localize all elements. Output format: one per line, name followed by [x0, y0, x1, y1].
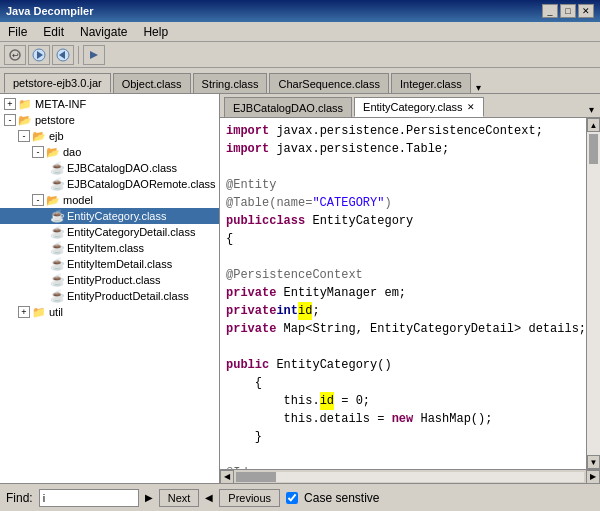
menu-file[interactable]: File [4, 24, 31, 40]
svg-text:↩: ↩ [12, 51, 19, 60]
file-tab-integer[interactable]: Integer.class [391, 73, 471, 93]
close-tab-icon[interactable]: ✕ [467, 102, 475, 112]
code-line-19 [226, 446, 580, 464]
code-line-11: private int id; [226, 302, 580, 320]
find-bar: Find: ▶ Next ◀ Previous Case senstive [0, 483, 600, 511]
tree-node-entityitemdetail[interactable]: ☕ EntityItemDetail.class [0, 256, 219, 272]
code-line-13 [226, 338, 580, 356]
editor-tab-entitycategory[interactable]: EntityCategory.class ✕ [354, 97, 483, 117]
h-scroll-thumb[interactable] [236, 472, 276, 482]
close-button[interactable]: ✕ [578, 4, 594, 18]
editor-tabs: EJBCatalogDAO.class EntityCategory.class… [220, 94, 600, 118]
code-line-8 [226, 248, 580, 266]
expand-metainf[interactable]: + [4, 98, 16, 110]
find-label: Find: [6, 491, 33, 505]
file-tab-jar[interactable]: petstore-ejb3.0.jar [4, 73, 111, 93]
find-prev-icon: ◀ [205, 492, 213, 503]
tree-node-entitycategory[interactable]: ☕ EntityCategory.class [0, 208, 219, 224]
expand-dao[interactable]: - [32, 146, 44, 158]
toolbar-separator [78, 46, 79, 64]
code-line-4: @Entity [226, 176, 580, 194]
tree-node-entityproduct[interactable]: ☕ EntityProduct.class [0, 272, 219, 288]
tree-node-ejbcatalogdaoremote[interactable]: ☕ EJBCatalogDAORemote.class [0, 176, 219, 192]
editor-tab-ejbcatalogdao[interactable]: EJBCatalogDAO.class [224, 97, 352, 117]
code-line-1: import javax.persistence.PersistenceCont… [226, 122, 580, 140]
scroll-right-btn[interactable]: ▶ [586, 470, 600, 484]
code-editor[interactable]: import javax.persistence.PersistenceCont… [220, 118, 586, 469]
toolbar: ↩ [0, 42, 600, 68]
java-icon-entityproductdetail: ☕ [50, 289, 64, 303]
menu-edit[interactable]: Edit [39, 24, 68, 40]
editor-tab-scroll[interactable]: ▾ [587, 102, 596, 117]
file-tab-charsequence[interactable]: CharSequence.class [269, 73, 389, 93]
tree-node-entityitem[interactable]: ☕ EntityItem.class [0, 240, 219, 256]
code-line-15: { [226, 374, 580, 392]
minimize-button[interactable]: _ [542, 4, 558, 18]
find-previous-button[interactable]: Previous [219, 489, 280, 507]
expand-util[interactable]: + [18, 306, 30, 318]
java-icon-entityproduct: ☕ [50, 273, 64, 287]
title-bar: Java Decompiler _ □ ✕ [0, 0, 600, 22]
menu-navigate[interactable]: Navigate [76, 24, 131, 40]
file-tab-object[interactable]: Object.class [113, 73, 191, 93]
file-tabs: petstore-ejb3.0.jar Object.class String.… [0, 68, 600, 94]
tree-node-entityproductdetail[interactable]: ☕ EntityProductDetail.class [0, 288, 219, 304]
file-tree: + 📁 META-INF - 📂 petstore - 📂 ejb - 📂 da… [0, 94, 220, 483]
code-line-2: import javax.persistence.Table; [226, 140, 580, 158]
java-icon-entityitemdetail: ☕ [50, 257, 64, 271]
code-line-10: private EntityManager em; [226, 284, 580, 302]
find-next-icon: ▶ [145, 492, 153, 503]
java-icon-ejbcatalogdao: ☕ [50, 161, 64, 175]
code-line-17: this.details = new HashMap(); [226, 410, 580, 428]
app-title: Java Decompiler [6, 5, 93, 17]
file-tab-string[interactable]: String.class [193, 73, 268, 93]
maximize-button[interactable]: □ [560, 4, 576, 18]
expand-petstore[interactable]: - [4, 114, 16, 126]
window-controls: _ □ ✕ [542, 4, 594, 18]
tree-node-model[interactable]: - 📂 model [0, 192, 219, 208]
scroll-down-btn[interactable]: ▼ [587, 455, 600, 469]
code-line-20: @Id [226, 464, 580, 469]
folder-icon-petstore: 📂 [18, 113, 32, 127]
toolbar-action[interactable] [83, 45, 105, 65]
scroll-left-btn[interactable]: ◀ [220, 470, 234, 484]
tree-node-entitycategorydetail[interactable]: ☕ EntityCategoryDetail.class [0, 224, 219, 240]
scroll-thumb[interactable] [589, 134, 598, 164]
find-next-button[interactable]: Next [159, 489, 200, 507]
toolbar-back[interactable]: ↩ [4, 45, 26, 65]
find-input[interactable] [39, 489, 139, 507]
folder-icon-ejb: 📂 [32, 129, 46, 143]
vertical-scrollbar[interactable]: ▲ ▼ [586, 118, 600, 469]
expand-model[interactable]: - [32, 194, 44, 206]
toolbar-forward[interactable] [28, 45, 50, 65]
main-area: + 📁 META-INF - 📂 petstore - 📂 ejb - 📂 da… [0, 94, 600, 483]
tab-scroll-right[interactable]: ▾ [473, 82, 484, 93]
expand-ejb[interactable]: - [18, 130, 30, 142]
java-icon-ejbcatalogdaoremote: ☕ [50, 177, 64, 191]
case-sensitive-label: Case senstive [304, 491, 379, 505]
tree-node-dao[interactable]: - 📂 dao [0, 144, 219, 160]
h-scroll-track[interactable] [236, 472, 584, 482]
folder-icon-dao: 📂 [46, 145, 60, 159]
tree-node-util[interactable]: + 📁 util [0, 304, 219, 320]
code-line-18: } [226, 428, 580, 446]
tree-node-metainf[interactable]: + 📁 META-INF [0, 96, 219, 112]
tree-node-ejb[interactable]: - 📂 ejb [0, 128, 219, 144]
toolbar-refresh[interactable] [52, 45, 74, 65]
scroll-up-btn[interactable]: ▲ [587, 118, 600, 132]
horizontal-scrollbar: ◀ ▶ [220, 469, 600, 483]
code-line-3 [226, 158, 580, 176]
menu-help[interactable]: Help [139, 24, 172, 40]
code-line-5: @Table(name="CATEGORY") [226, 194, 580, 212]
tree-node-ejbcatalogdao[interactable]: ☕ EJBCatalogDAO.class [0, 160, 219, 176]
code-line-14: public EntityCategory() [226, 356, 580, 374]
menu-bar: File Edit Navigate Help [0, 22, 600, 42]
folder-icon-model: 📂 [46, 193, 60, 207]
case-sensitive-checkbox[interactable] [286, 492, 298, 504]
tree-node-petstore[interactable]: - 📂 petstore [0, 112, 219, 128]
editor-panel: EJBCatalogDAO.class EntityCategory.class… [220, 94, 600, 483]
code-line-12: private Map<String, EntityCategoryDetail… [226, 320, 580, 338]
code-line-6: public class EntityCategory [226, 212, 580, 230]
scroll-track[interactable] [587, 132, 600, 455]
code-line-7: { [226, 230, 580, 248]
